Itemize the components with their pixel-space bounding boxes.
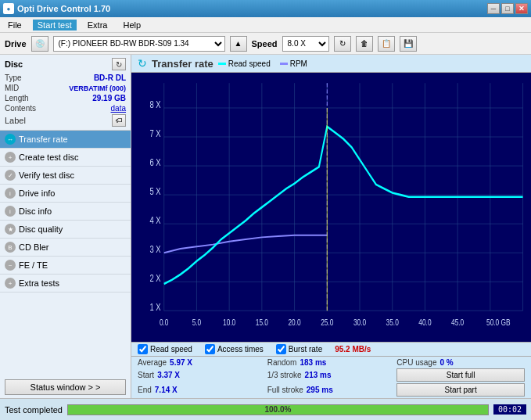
speed-label: Speed	[252, 39, 278, 48]
access-times-checkbox[interactable]	[205, 344, 215, 354]
disc-contents-key: Contents	[5, 104, 36, 113]
nav-drive-info[interactable]: i Drive info	[0, 185, 131, 203]
nav-fe-te-icon: ~	[5, 260, 16, 271]
stat-average: Average 5.97 X	[138, 358, 266, 367]
svg-text:40.0: 40.0	[418, 318, 431, 327]
menu-start-test[interactable]: Start test	[33, 20, 77, 31]
disc-mid-key: MID	[5, 84, 19, 92]
burst-rate-checkbox[interactable]	[276, 344, 286, 354]
svg-text:5 X: 5 X	[149, 186, 160, 196]
burst-rate-checkbox-item: Burst rate	[276, 344, 322, 354]
test-completed-label: Test completed	[5, 405, 63, 415]
nav-create-test-disc-icon: +	[5, 152, 16, 163]
nav-cd-bler[interactable]: B CD Bler	[0, 239, 131, 257]
disc-length-value: 29.19 GB	[92, 94, 126, 102]
start-full-button[interactable]: Start full	[396, 368, 525, 382]
full-stroke-key: Full stroke	[267, 386, 303, 394]
disc-length-key: Length	[5, 94, 29, 102]
status-bar: Test completed 100.0% 00:02	[0, 398, 531, 420]
cpu-value: 0 %	[440, 358, 453, 367]
title-bar: ● Opti Drive Control 1.70 ─ □ ✕	[0, 0, 531, 17]
disc-contents-value[interactable]: data	[111, 104, 126, 113]
svg-text:6 X: 6 X	[149, 157, 160, 167]
nav-disc-info[interactable]: i Disc info	[0, 203, 131, 221]
stat-one-third: 1/3 stroke 213 ms	[267, 368, 396, 382]
legend-rpm-color	[280, 63, 288, 65]
nav-fe-te-label: FE / TE	[19, 260, 48, 270]
nav-disc-info-icon: i	[5, 206, 16, 217]
app-icon: ●	[3, 3, 14, 14]
nav-verify-test-disc-icon: ✓	[5, 170, 16, 181]
svg-text:4 X: 4 X	[149, 215, 160, 225]
svg-text:15.0: 15.0	[256, 318, 268, 327]
svg-text:5.0: 5.0	[192, 318, 202, 327]
start-value: 3.37 X	[157, 371, 180, 379]
average-key: Average	[138, 358, 167, 367]
menu-file[interactable]: File	[3, 20, 27, 31]
disc-type-row: Type BD-R DL	[5, 74, 126, 82]
erase-icon[interactable]: 🗑	[356, 36, 373, 52]
read-speed-checkbox[interactable]	[138, 344, 148, 354]
drive-label: Drive	[5, 39, 27, 48]
nav-drive-info-label: Drive info	[19, 188, 55, 198]
end-value: 7.14 X	[155, 386, 178, 394]
access-times-checkbox-label: Access times	[217, 345, 264, 354]
nav-create-test-disc[interactable]: + Create test disc	[0, 149, 131, 167]
chart-header: ↻ Transfer rate Read speed RPM	[131, 55, 531, 73]
maximize-button[interactable]: □	[501, 3, 514, 14]
nav-transfer-rate-label: Transfer rate	[19, 135, 68, 144]
save-icon[interactable]: 💾	[400, 36, 417, 52]
minimize-button[interactable]: ─	[487, 3, 500, 14]
legend-read-speed: Read speed	[218, 59, 271, 68]
nav-extra-tests-label: Extra tests	[19, 278, 59, 288]
app-title: Opti Drive Control 1.70	[17, 4, 110, 13]
copy-icon[interactable]: 📋	[378, 36, 395, 52]
read-speed-checkbox-item: Read speed	[138, 344, 192, 354]
chart-area: ↻ Transfer rate Read speed RPM	[131, 55, 531, 398]
stat-full-stroke: Full stroke 295 ms	[267, 383, 396, 397]
svg-text:25.0: 25.0	[321, 318, 333, 327]
checkboxes-row: Read speed Access times Burst rate 95.2 …	[131, 342, 531, 356]
drive-select[interactable]: (F:) PIONEER BD-RW BDR-S09 1.34	[53, 36, 225, 52]
status-window-button[interactable]: Status window > >	[5, 379, 126, 395]
svg-text:10.0: 10.0	[223, 318, 235, 327]
end-key: End	[138, 386, 152, 394]
burst-rate-checkbox-label: Burst rate	[289, 345, 322, 354]
nav-create-test-disc-label: Create test disc	[19, 153, 78, 162]
nav-extra-tests[interactable]: + Extra tests	[0, 275, 131, 293]
nav-verify-test-disc[interactable]: ✓ Verify test disc	[0, 167, 131, 185]
menu-help[interactable]: Help	[118, 20, 145, 31]
nav-cd-bler-icon: B	[5, 242, 16, 253]
nav-list: ↔ Transfer rate + Create test disc ✓ Ver…	[0, 131, 131, 293]
nav-extra-tests-icon: +	[5, 278, 16, 289]
chart-legend: Read speed RPM	[218, 59, 307, 68]
progress-bar-container: 100.0%	[67, 404, 489, 415]
svg-text:50.0 GB: 50.0 GB	[486, 318, 511, 327]
stat-cpu: CPU usage 0 %	[396, 358, 525, 367]
speed-select[interactable]: 8.0 X	[282, 36, 329, 52]
nav-disc-info-label: Disc info	[19, 206, 52, 216]
burst-rate-value: 95.2 MB/s	[335, 345, 371, 354]
refresh-icon[interactable]: ↻	[334, 36, 351, 52]
progress-text: 100.0%	[68, 405, 488, 415]
chart-container: 8 X 7 X 6 X 5 X 4 X 3 X 2 X 1 X 0.0 5.0 …	[131, 73, 531, 342]
disc-mid-row: MID VERBATIMf (000)	[5, 84, 126, 92]
stat-random: Random 183 ms	[267, 358, 396, 367]
nav-disc-quality[interactable]: ★ Disc quality	[0, 221, 131, 239]
close-button[interactable]: ✕	[515, 3, 528, 14]
menu-extra[interactable]: Extra	[83, 20, 113, 31]
disc-label-icon-button[interactable]: 🏷	[112, 114, 126, 127]
read-speed-checkbox-label: Read speed	[150, 345, 192, 354]
disc-label-key: Label	[5, 116, 26, 125]
nav-transfer-rate[interactable]: ↔ Transfer rate	[0, 131, 131, 149]
disc-refresh-button[interactable]: ↻	[112, 58, 126, 70]
start-part-button[interactable]: Start part	[396, 383, 525, 397]
legend-rpm-label: RPM	[290, 59, 307, 68]
stat-end: End 7.14 X	[138, 383, 266, 397]
full-stroke-value: 295 ms	[307, 386, 333, 394]
nav-fe-te[interactable]: ~ FE / TE	[0, 257, 131, 275]
svg-text:35.0: 35.0	[386, 318, 399, 327]
nav-drive-info-icon: i	[5, 188, 16, 199]
drive-arrow-icon[interactable]: ▲	[230, 36, 247, 52]
drive-eject-icon[interactable]: 💿	[31, 36, 48, 52]
